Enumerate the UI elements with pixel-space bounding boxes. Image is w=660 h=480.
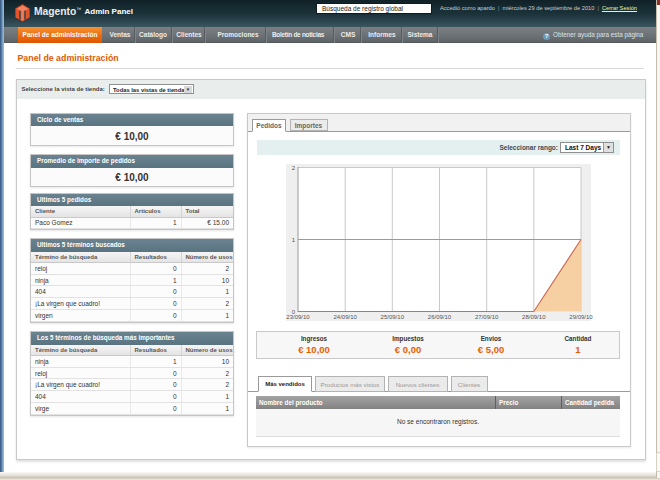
svg-text:29/09/10: 29/09/10	[569, 314, 593, 320]
svg-text:25/09/10: 25/09/10	[381, 314, 405, 320]
svg-text:28/09/10: 28/09/10	[522, 314, 546, 320]
svg-text:26/09/10: 26/09/10	[428, 314, 452, 320]
svg-text:27/09/10: 27/09/10	[475, 314, 499, 320]
svg-text:24/09/10: 24/09/10	[334, 314, 358, 320]
svg-text:23/09/10: 23/09/10	[286, 314, 310, 320]
